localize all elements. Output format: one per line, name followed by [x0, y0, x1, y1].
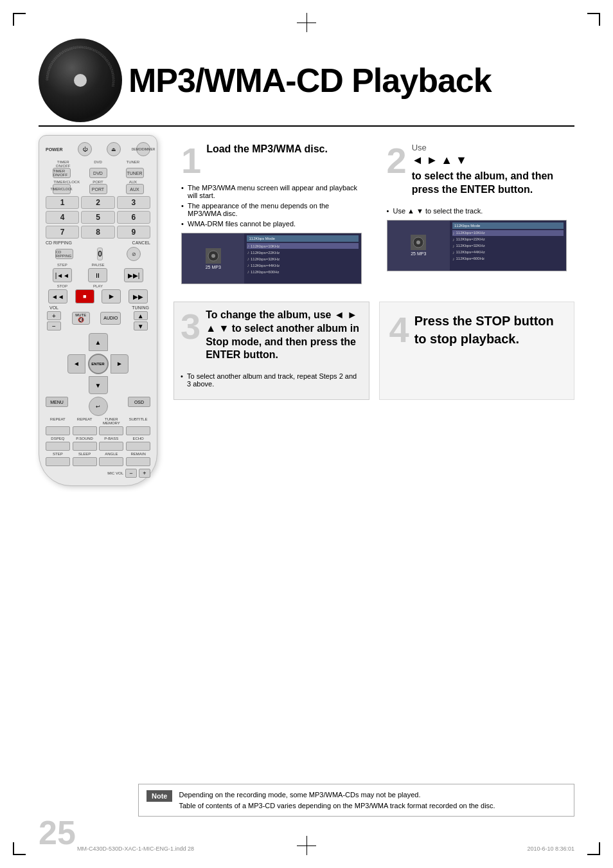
step2-button[interactable] [46, 457, 70, 466]
skip-next-button[interactable]: ▶▶| [124, 268, 143, 282]
num-5-button[interactable]: 5 [81, 211, 114, 224]
tuner-label: TUNER [123, 160, 143, 168]
track-list-1: ♪ 112Kbps=10KHz ♪ 112Kbps=22KHz ♪ 112Kbp… [247, 243, 358, 275]
vol-up-button[interactable]: + [47, 311, 61, 320]
tuner-button[interactable]: TUNER [126, 168, 144, 178]
screen-left-1: 25 MP3 [182, 233, 244, 284]
note-box: Note Depending on the recording mode, so… [138, 784, 574, 817]
repeat2-button[interactable] [73, 426, 97, 435]
num-4-button[interactable]: 4 [46, 211, 79, 224]
menu-button[interactable]: MENU [46, 397, 68, 407]
repeat-button[interactable] [46, 426, 70, 435]
last-row-btns [43, 457, 153, 466]
num-7-button[interactable]: 7 [46, 226, 79, 239]
screen-left-2: 25 MP3 [387, 221, 450, 271]
num-8-button[interactable]: 8 [81, 226, 114, 239]
cancel-button[interactable]: ⊘ [127, 247, 141, 261]
pbass-button[interactable] [99, 442, 123, 451]
step-3-bullet-1: To select another album and track, repea… [181, 372, 362, 388]
subtitle-label: SUBTITLE [125, 417, 151, 425]
power-button[interactable]: ⏻ [78, 142, 92, 156]
vol-down-button[interactable]: − [47, 321, 61, 330]
nav-up-button[interactable]: ▲ [89, 333, 108, 351]
nav-right-button[interactable]: ► [111, 354, 129, 374]
tuner-memory-button[interactable] [99, 426, 123, 435]
step-1-content: Load the MP3/WMA disc. [206, 143, 328, 161]
corner-mark-tl [13, 13, 26, 26]
enter-button[interactable]: ENTER [88, 354, 109, 374]
nav-left-button[interactable]: ◄ [67, 354, 85, 374]
corner-mark-tr [587, 13, 600, 26]
note-line-1: Depending on the recording mode, some MP… [179, 791, 420, 799]
num-0-button[interactable]: 0 [97, 248, 103, 260]
last-row-labels: STEP SLEEP ANGLE REMAIN [43, 452, 153, 456]
audio-button[interactable]: AUDIO [100, 312, 121, 325]
num-9-button[interactable]: 9 [117, 226, 150, 239]
cancel-label: CANCEL [132, 240, 150, 245]
pause-button[interactable]: ⏸ [88, 268, 107, 282]
timerclock-button[interactable]: TIMER/CLOCK [53, 184, 71, 194]
play-button[interactable]: ► [102, 289, 121, 303]
mic-vol-minus-button[interactable]: − [125, 469, 137, 478]
step-4-number: 4 [389, 312, 409, 348]
port-button[interactable]: PORT [89, 184, 107, 194]
pause-label: PAUSE [88, 263, 107, 267]
timer-onoff-button[interactable]: TIMER ON/OFF [53, 168, 71, 178]
use-text: Use [412, 143, 567, 152]
sleep-button[interactable] [73, 457, 97, 466]
num-6-button[interactable]: 6 [117, 211, 150, 224]
tuning-down-button[interactable]: ▼ [134, 321, 148, 330]
enter-word: ENTER [460, 184, 495, 195]
num-2-button[interactable]: 2 [81, 196, 114, 209]
demo-button[interactable]: DEMO/DIMMER [136, 142, 150, 156]
vol-label: VOL [49, 305, 58, 310]
repeat2-label: REPEAT [72, 417, 98, 425]
nav-down-button[interactable]: ▼ [89, 376, 108, 394]
angle-button[interactable] [99, 457, 123, 466]
numpad: 1 2 3 4 5 6 7 8 9 [43, 196, 153, 239]
remain-button[interactable] [126, 457, 150, 466]
crosshair-top [297, 13, 316, 32]
mic-vol-plus-button[interactable]: + [139, 469, 150, 478]
mute-button[interactable]: MUTE 🔇 [72, 312, 90, 325]
cd-ripping-buttons: CD RIPPING 0 ⊘ [43, 247, 153, 261]
repeat-label: REPEAT [45, 417, 71, 425]
step2-label: STEP [45, 452, 71, 456]
timer-labels: TIMER ON/OFF DVD TUNER [43, 160, 153, 168]
eject-button[interactable]: ⏏ [107, 142, 121, 156]
fast-forward-button[interactable]: ▶▶ [129, 289, 148, 303]
tuning-up-button[interactable]: ▲ [134, 311, 148, 320]
rewind-button[interactable]: ◄◄ [48, 289, 67, 303]
dspeq-button[interactable] [46, 442, 70, 451]
num-1-button[interactable]: 1 [46, 196, 79, 209]
track-2-1: ♪ 112Kbps=10KHz [452, 230, 564, 236]
timer-row: TIMER ON/OFF DVD TUNER [43, 168, 153, 178]
screen-header-1: 112Kbps Mode [247, 235, 358, 242]
step-1-bullet-3: WMA-DRM files cannot be played. [181, 220, 362, 228]
track-2-3: ♪ 112Kbps=32KHz [452, 243, 564, 249]
aux-button[interactable]: AUX [126, 184, 144, 194]
cd-ripping-button[interactable]: CD RIPPING [55, 249, 73, 259]
corner-mark-bl [13, 842, 26, 855]
svg-point-3 [211, 254, 215, 258]
vol-tuning-row: VOL + − MUTE 🔇 AUDIO TUNING ▲ ▼ [43, 305, 153, 330]
tuning-label: TUNING [132, 305, 149, 310]
step-label: STEP [53, 263, 72, 267]
play-label2 [124, 263, 143, 267]
stop-button[interactable]: ■ [75, 289, 94, 303]
psound-button[interactable] [73, 442, 97, 451]
echo-button[interactable] [126, 442, 150, 451]
return-button[interactable]: ↩ [89, 397, 108, 416]
dvd-label: DVD [88, 160, 107, 168]
bottom-btns-row-2 [43, 442, 153, 451]
dvd-button[interactable]: DVD [89, 168, 107, 178]
setup-button[interactable]: OSD [128, 397, 150, 407]
num-3-button[interactable]: 3 [117, 196, 150, 209]
bottom-btns-row-1 [43, 426, 153, 435]
subtitle-button[interactable] [126, 426, 150, 435]
mic-vol-label: MIC VOL [107, 471, 123, 475]
track-2: ♪ 112Kbps=22KHz [247, 249, 358, 255]
cd-ripping-row: CD RIPPING CANCEL [43, 240, 153, 245]
page-header: 0101010101010101010101010101010101010101… [39, 39, 574, 122]
skip-prev-button[interactable]: |◄◄ [53, 268, 72, 282]
